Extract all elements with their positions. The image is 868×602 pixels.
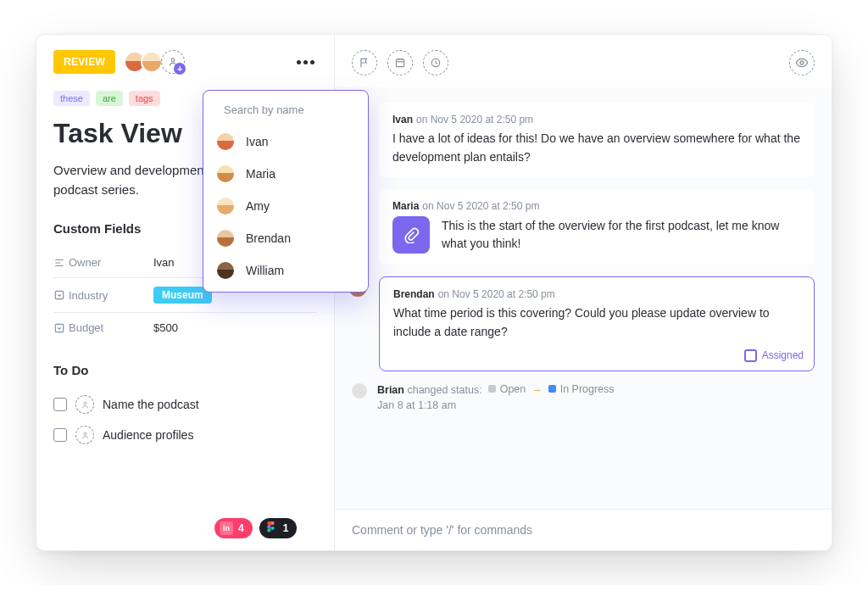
comment-author: Ivan: [392, 114, 413, 125]
align-icon: [53, 257, 69, 269]
assignee-popover: Ivan Maria Amy Brendan William: [203, 90, 369, 293]
comment-body: What time period is this covering? Could…: [393, 304, 800, 341]
person-option[interactable]: Brendan: [203, 222, 368, 254]
add-assignee-button[interactable]: +: [161, 50, 185, 74]
person-name: Amy: [246, 199, 270, 213]
dropdown-icon: [53, 289, 69, 301]
svg-rect-7: [396, 59, 403, 67]
assigned-chip[interactable]: Assigned: [744, 349, 804, 362]
assignee-stack: +: [124, 50, 185, 74]
status-icon: [488, 385, 496, 393]
plus-icon: +: [174, 63, 186, 75]
figma-icon: [264, 521, 278, 535]
comment-bubble[interactable]: Ivanon Nov 5 2020 at 2:50 pm I have a lo…: [379, 103, 815, 177]
arrow-icon: →: [531, 383, 542, 395]
activity-entry: Brian changed status: Open → In Progress…: [352, 383, 815, 412]
activity-verb: changed status:: [407, 383, 481, 395]
status-icon: [548, 385, 556, 393]
person-option[interactable]: William: [203, 254, 368, 287]
avatar: [215, 164, 236, 184]
priority-button[interactable]: [352, 50, 377, 75]
comment: Ivanon Nov 5 2020 at 2:50 pm I have a lo…: [352, 103, 815, 177]
status-from: Open: [500, 383, 526, 395]
watch-button[interactable]: [789, 50, 815, 75]
avatar: [215, 131, 236, 152]
checkbox[interactable]: [53, 428, 67, 442]
status-to: In Progress: [560, 383, 615, 395]
comment-meta: Mariaon Nov 5 2020 at 2:50 pm: [392, 200, 801, 212]
tag[interactable]: these: [53, 91, 90, 106]
attachment-icon[interactable]: [392, 216, 430, 254]
assignee-avatar[interactable]: [141, 51, 163, 73]
left-panel: REVIEW + these are tags Task View Overvi…: [36, 35, 335, 550]
comment-time: on Nov 5 2020 at 2:50 pm: [438, 288, 555, 300]
person-option[interactable]: Maria: [203, 158, 368, 190]
avatar: [215, 228, 236, 248]
todo-label: Name the podcast: [103, 398, 199, 411]
comment-body: This is the start of the overview for th…: [442, 217, 801, 254]
comment-time: on Nov 5 2020 at 2:50 pm: [416, 114, 533, 125]
svg-point-4: [84, 432, 86, 435]
comment-composer[interactable]: Comment or type '/' for commands: [335, 509, 832, 550]
flag-icon: [359, 57, 370, 69]
comment-time: on Nov 5 2020 at 2:50 pm: [422, 200, 539, 212]
right-panel: Ivanon Nov 5 2020 at 2:50 pm I have a lo…: [335, 35, 832, 550]
custom-field-label: Industry: [69, 289, 153, 302]
todo-item[interactable]: Audience profiles: [53, 420, 317, 450]
svg-point-3: [84, 402, 86, 404]
activity-time: Jan 8 at 1:18 am: [377, 399, 615, 411]
custom-field-value[interactable]: $500: [153, 321, 178, 334]
custom-field-label: Owner: [69, 256, 153, 269]
avatar: [215, 196, 236, 216]
comment-meta: Ivanon Nov 5 2020 at 2:50 pm: [392, 114, 801, 125]
eye-icon: [795, 56, 809, 70]
svg-point-9: [800, 61, 804, 64]
person-option[interactable]: Ivan: [203, 125, 368, 158]
todo-label: Audience profiles: [103, 428, 193, 442]
comment: Brendanon Nov 5 2020 at 2:50 pm What tim…: [352, 276, 815, 371]
svg-point-0: [171, 59, 175, 62]
comment-meta: Brendanon Nov 5 2020 at 2:50 pm: [393, 288, 800, 300]
activity-actor: Brian: [377, 383, 404, 395]
status-button[interactable]: REVIEW: [53, 50, 115, 74]
integration-invision[interactable]: in 4: [214, 518, 253, 538]
todo-item[interactable]: Name the podcast: [53, 389, 317, 420]
person-name: Maria: [246, 167, 275, 181]
integration-figma[interactable]: 1: [259, 518, 298, 538]
clock-icon: [430, 57, 442, 69]
comment-bubble[interactable]: Mariaon Nov 5 2020 at 2:50 pm This is th…: [379, 189, 815, 265]
more-menu-button[interactable]: [293, 50, 317, 74]
custom-field-value[interactable]: Ivan: [153, 256, 175, 269]
svg-rect-1: [55, 291, 63, 298]
tag[interactable]: are: [96, 91, 123, 106]
integration-count: 1: [283, 522, 289, 534]
checkbox-icon: [744, 349, 757, 362]
person-name: Brendan: [246, 231, 291, 245]
comment-bubble[interactable]: Brendanon Nov 5 2020 at 2:50 pm What tim…: [379, 276, 815, 371]
activity-avatar: [352, 383, 367, 399]
person-option[interactable]: Amy: [203, 190, 368, 222]
invision-icon: in: [220, 521, 233, 535]
custom-field-label: Budget: [69, 321, 153, 334]
date-button[interactable]: [387, 50, 413, 75]
person-name: Ivan: [246, 135, 268, 148]
comment-author: Brendan: [393, 288, 435, 300]
search-input[interactable]: [222, 103, 368, 117]
avatar: [215, 260, 236, 281]
calendar-icon: [394, 57, 406, 69]
svg-rect-2: [55, 324, 63, 332]
left-header: REVIEW +: [36, 35, 334, 86]
time-button[interactable]: [423, 50, 448, 75]
right-header: [335, 35, 832, 87]
assignee-placeholder-icon[interactable]: [75, 395, 94, 414]
popover-search: [203, 98, 368, 125]
tag[interactable]: tags: [129, 91, 160, 106]
comment-body: I have a lot of ideas for this! Do we ha…: [392, 130, 801, 166]
todo-heading: To Do: [53, 363, 317, 377]
integration-pills: in 4 1: [214, 518, 297, 538]
assignee-placeholder-icon[interactable]: [75, 426, 94, 444]
checkbox[interactable]: [53, 398, 67, 411]
comment-author: Maria: [392, 200, 419, 212]
svg-point-5: [271, 527, 275, 530]
person-name: William: [246, 264, 284, 277]
